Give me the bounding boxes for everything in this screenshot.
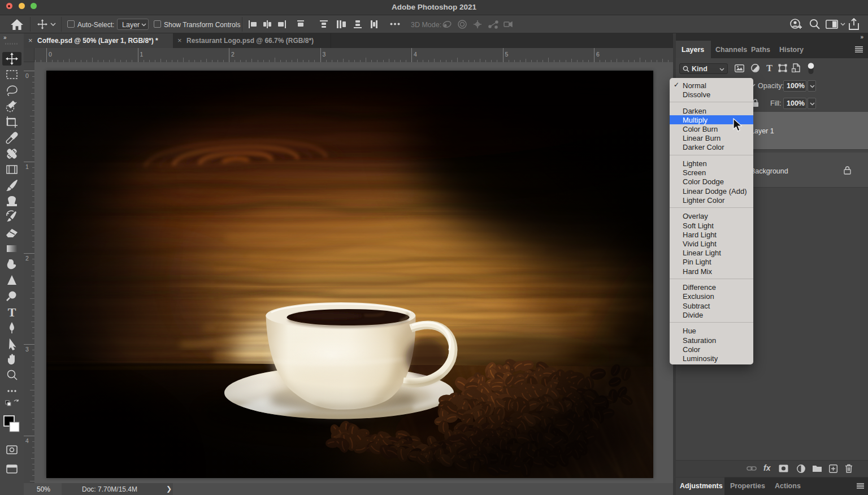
svg-text:T: T (766, 64, 772, 72)
svg-text:T: T (8, 305, 16, 319)
